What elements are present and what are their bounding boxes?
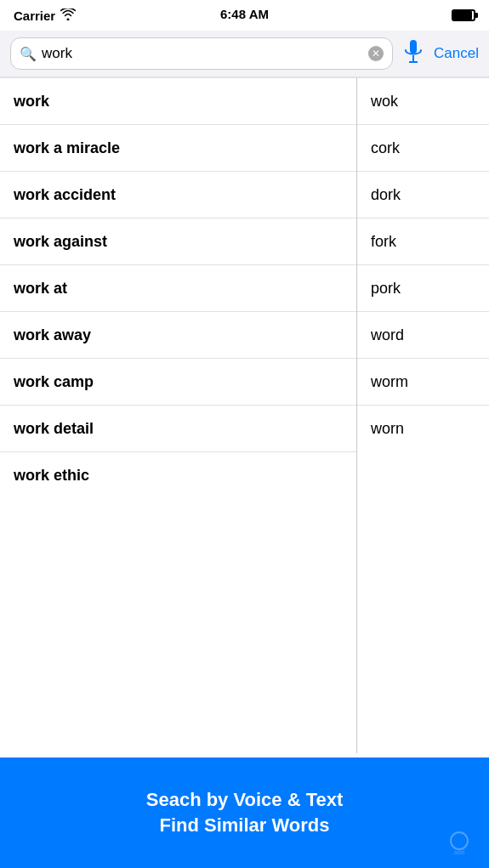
carrier-info: Carrier	[14, 9, 76, 23]
cancel-button[interactable]: Cancel	[434, 45, 479, 62]
list-item[interactable]: work ethic	[0, 452, 356, 499]
clear-button[interactable]: ✕	[368, 46, 384, 61]
list-item[interactable]: work accident	[0, 172, 356, 218]
search-input-container[interactable]: 🔍 ✕	[10, 37, 393, 70]
carrier-label: Carrier	[14, 9, 55, 23]
list-item[interactable]: dork	[357, 172, 489, 218]
left-results-column: work work a miracle work accident work a…	[0, 78, 357, 753]
list-item[interactable]: work a miracle	[0, 125, 356, 172]
list-item[interactable]: worn	[357, 406, 489, 452]
status-time: 6:48 AM	[220, 7, 269, 21]
right-results-column: wok cork dork fork pork word worm worn	[357, 78, 489, 753]
list-item[interactable]: work at	[0, 265, 356, 312]
results-container: work work a miracle work accident work a…	[0, 77, 489, 753]
status-bar: Carrier 6:48 AM	[0, 0, 489, 31]
list-item[interactable]: work	[0, 78, 356, 125]
list-item[interactable]: worm	[357, 359, 489, 406]
svg-text:abil: abil	[454, 848, 465, 856]
battery-area	[452, 9, 475, 21]
banner-line-1: Seach by Voice & Text	[146, 789, 344, 811]
wifi-icon	[60, 9, 76, 23]
logo: abil	[438, 831, 480, 859]
list-item[interactable]: fork	[357, 218, 489, 265]
list-item[interactable]: pork	[357, 265, 489, 312]
list-item[interactable]: work against	[0, 218, 356, 265]
search-bar: 🔍 ✕ Cancel	[0, 31, 489, 77]
svg-point-3	[451, 832, 468, 849]
search-input[interactable]	[42, 45, 363, 62]
list-item[interactable]: wok	[357, 78, 489, 125]
search-icon: 🔍	[20, 46, 37, 62]
bottom-banner: Seach by Voice & Text Find Similar Words…	[0, 757, 489, 868]
list-item[interactable]: work detail	[0, 406, 356, 452]
list-item[interactable]: cork	[357, 125, 489, 172]
svg-rect-0	[410, 40, 417, 54]
banner-line-2: Find Similar Words	[159, 814, 329, 837]
list-item[interactable]: work camp	[0, 359, 356, 406]
microphone-button[interactable]	[400, 39, 427, 68]
battery-icon	[452, 9, 475, 21]
list-item[interactable]: word	[357, 312, 489, 359]
list-item[interactable]: work away	[0, 312, 356, 359]
